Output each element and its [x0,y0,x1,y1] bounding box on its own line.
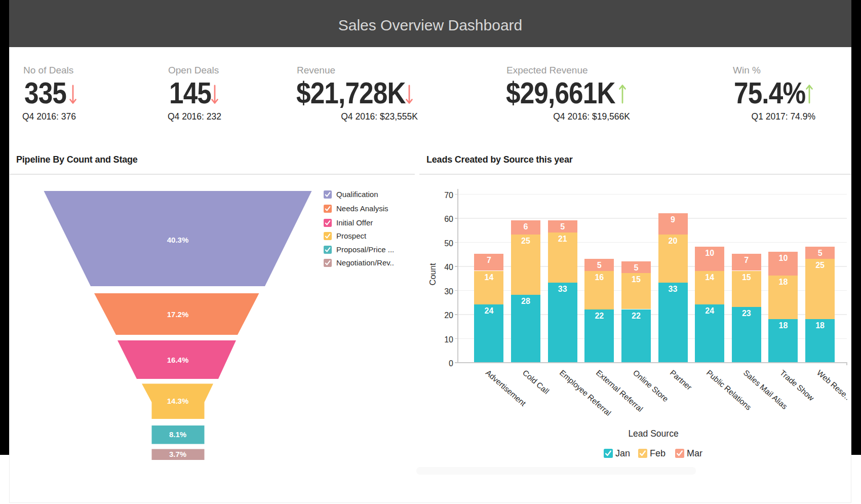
svg-text:40.3%: 40.3% [167,236,189,244]
svg-text:14.3%: 14.3% [167,397,189,405]
svg-text:16.4%: 16.4% [167,356,189,364]
svg-text:3.7%: 3.7% [169,450,186,458]
svg-text:8.1%: 8.1% [169,430,186,439]
svg-text:17.2%: 17.2% [167,310,189,319]
